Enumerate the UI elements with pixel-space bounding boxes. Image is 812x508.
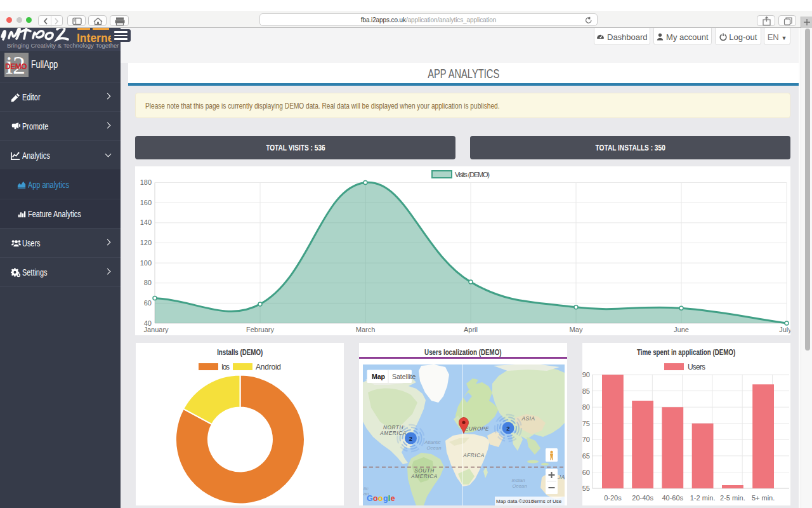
svg-text:Ocean: Ocean [427,445,442,451]
svg-text:Atlantic: Atlantic [424,439,441,445]
svg-text:Ocean: Ocean [513,483,527,489]
svg-text:Visits (DEMO): Visits (DEMO) [455,171,490,178]
svg-text:90: 90 [582,371,590,378]
svg-text:Google: Google [367,494,395,503]
svg-text:Users: Users [688,363,705,371]
svg-text:February: February [246,326,275,333]
svg-text:65: 65 [582,452,590,460]
svg-text:Indian: Indian [511,478,525,483]
svg-text:DEMO: DEMO [5,62,27,71]
svg-text:June: June [674,326,689,333]
svg-text:2: 2 [506,425,509,432]
svg-text:85: 85 [582,387,590,395]
svg-text:January: January [143,326,169,333]
svg-text:70: 70 [582,436,590,443]
svg-text:Map: Map [372,373,385,380]
svg-text:May: May [570,326,583,333]
svg-text:60: 60 [582,469,590,476]
svg-text:1-2 min.: 1-2 min. [690,494,716,502]
svg-text:Android: Android [256,363,281,371]
svg-text:Ios: Ios [221,363,230,371]
svg-text:55: 55 [582,485,590,492]
svg-text:140: 140 [140,218,152,226]
svg-text:AMERICA: AMERICA [410,474,438,479]
svg-text:120: 120 [140,239,152,246]
svg-text:80: 80 [582,403,590,411]
svg-text:March: March [356,326,376,333]
svg-text:2-5 min.: 2-5 min. [720,494,745,502]
svg-text:100: 100 [140,259,152,267]
svg-text:80: 80 [144,279,152,286]
svg-text:5+ min.: 5+ min. [752,494,775,502]
svg-text:0-20s: 0-20s [604,494,622,502]
svg-text:April: April [464,326,478,333]
svg-text:20-40s: 20-40s [632,494,653,502]
svg-text:AFRICA: AFRICA [462,453,485,458]
svg-text:180: 180 [140,178,152,186]
svg-text:Map data ©2016: Map data ©2016 [496,498,534,504]
svg-text:40-60s: 40-60s [662,494,683,502]
svg-text:EUROPE: EUROPE [465,426,489,432]
svg-text:ASIA: ASIA [521,416,535,422]
svg-text:July: July [779,326,790,333]
svg-text:Terms of Use: Terms of Use [532,498,562,504]
svg-text:Satellite: Satellite [392,373,416,380]
svg-text:160: 160 [140,199,152,206]
svg-text:75: 75 [582,420,590,427]
svg-text:SOUTH: SOUTH [414,468,435,474]
svg-text:2: 2 [409,435,412,442]
svg-text:60: 60 [144,299,152,307]
